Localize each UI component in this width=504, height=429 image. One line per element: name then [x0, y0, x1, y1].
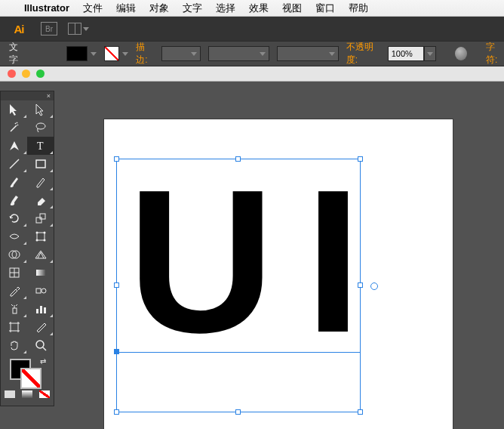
fill-stroke-control[interactable]: ⇄ — [1, 354, 54, 387]
shape-builder-tool[interactable] — [1, 245, 27, 264]
handle-sw[interactable] — [114, 409, 119, 415]
text-object[interactable]: UI — [117, 159, 360, 363]
svg-rect-6 — [37, 233, 45, 240]
menu-help[interactable]: 帮助 — [349, 2, 368, 15]
scale-tool[interactable] — [27, 209, 54, 227]
column-graph-tool[interactable] — [27, 300, 54, 318]
window-close-button[interactable] — [8, 69, 16, 78]
mac-menubar: Illustrator 文件 编辑 对象 文字 选择 效果 视图 窗口 帮助 — [0, 0, 504, 17]
swap-fill-stroke-icon[interactable]: ⇄ — [40, 357, 46, 366]
arrange-documents-button[interactable] — [68, 23, 89, 35]
chevron-down-icon — [427, 52, 433, 56]
baseline-guide — [117, 352, 360, 353]
fill-swatch[interactable] — [66, 46, 88, 61]
control-panel: 文字 描边: 不透明度: 100% 字符: — [0, 41, 504, 66]
text-in-port[interactable] — [114, 349, 119, 354]
zoom-tool[interactable] — [27, 336, 54, 354]
close-icon[interactable]: × — [47, 92, 51, 100]
gradient-tool[interactable] — [27, 264, 54, 282]
svg-point-0 — [36, 123, 45, 129]
menu-object[interactable]: 对象 — [149, 2, 169, 15]
menu-effect[interactable]: 效果 — [249, 2, 269, 15]
stroke-swatch-none[interactable] — [104, 46, 119, 61]
chevron-down-icon — [329, 52, 335, 56]
chevron-down-icon[interactable] — [122, 52, 128, 56]
svg-point-22 — [36, 341, 44, 348]
text-frame-selection[interactable]: UI — [116, 159, 361, 412]
slice-tool[interactable] — [27, 318, 54, 336]
menu-edit[interactable]: 编辑 — [116, 2, 136, 15]
recolor-icon[interactable] — [455, 47, 467, 60]
handle-s[interactable] — [235, 409, 241, 415]
opacity-stepper[interactable] — [424, 46, 436, 61]
artboard[interactable]: UI — [104, 119, 453, 429]
lasso-tool[interactable] — [27, 119, 54, 137]
brush-select[interactable] — [208, 46, 269, 61]
opacity-label: 不透明度: — [346, 41, 380, 66]
stroke-label: 描边: — [136, 41, 154, 66]
artboard-tool[interactable] — [1, 318, 27, 336]
mesh-tool[interactable] — [1, 264, 27, 282]
handle-ne[interactable] — [358, 156, 363, 162]
blend-tool[interactable] — [27, 282, 54, 300]
svg-rect-5 — [40, 214, 45, 219]
style-select[interactable] — [277, 46, 338, 61]
stroke-weight-select[interactable] — [161, 46, 201, 61]
handle-w[interactable] — [114, 282, 119, 288]
tools-panel-header[interactable]: × — [1, 91, 54, 100]
menu-type[interactable]: 文字 — [183, 2, 202, 15]
app-menu[interactable]: Illustrator — [24, 2, 69, 14]
hand-tool[interactable] — [1, 336, 27, 354]
svg-rect-21 — [11, 323, 18, 331]
svg-point-7 — [35, 232, 38, 234]
svg-point-10 — [43, 239, 45, 242]
svg-rect-4 — [36, 218, 41, 223]
text-out-port[interactable] — [370, 282, 378, 290]
eyedropper-tool[interactable] — [1, 282, 27, 300]
handle-n[interactable] — [235, 156, 241, 162]
svg-text:T: T — [37, 140, 44, 152]
window-minimize-button[interactable] — [22, 69, 30, 78]
bridge-button[interactable]: Br — [41, 22, 57, 35]
canvas-area[interactable]: UI — [0, 82, 504, 429]
opacity-input[interactable]: 100% — [388, 46, 424, 61]
magic-wand-tool[interactable] — [1, 119, 27, 137]
chevron-down-icon — [260, 52, 266, 56]
handle-nw[interactable] — [114, 156, 119, 162]
rotate-tool[interactable] — [1, 209, 27, 227]
handle-e[interactable] — [358, 282, 363, 288]
type-tool[interactable]: T — [27, 137, 54, 155]
menu-file[interactable]: 文件 — [83, 2, 103, 15]
paintbrush-tool[interactable] — [1, 173, 27, 191]
svg-point-16 — [41, 289, 46, 293]
svg-line-2 — [10, 159, 19, 168]
menu-select[interactable]: 选择 — [216, 2, 235, 15]
illustrator-logo: Ai — [8, 20, 30, 37]
color-mode-gradient[interactable] — [18, 387, 35, 401]
symbol-sprayer-tool[interactable] — [1, 300, 27, 318]
tools-panel: × T ⇄ — [0, 91, 54, 406]
menu-view[interactable]: 视图 — [282, 2, 302, 15]
character-label[interactable]: 字符: — [486, 41, 504, 66]
perspective-grid-tool[interactable] — [27, 245, 54, 264]
chevron-down-icon[interactable] — [91, 52, 97, 56]
selection-tool[interactable] — [1, 100, 27, 119]
window-zoom-button[interactable] — [36, 69, 45, 78]
menu-window[interactable]: 窗口 — [315, 2, 335, 15]
app-bar: Ai Br — [0, 17, 504, 41]
svg-rect-18 — [36, 309, 38, 313]
line-tool[interactable] — [1, 155, 27, 173]
eraser-tool[interactable] — [27, 191, 54, 209]
direct-selection-tool[interactable] — [27, 100, 54, 119]
color-mode-solid[interactable] — [1, 387, 18, 401]
handle-se[interactable] — [358, 409, 363, 415]
pencil-tool[interactable] — [27, 173, 54, 191]
width-tool[interactable] — [1, 227, 27, 245]
stroke-indicator[interactable] — [20, 368, 41, 389]
blob-brush-tool[interactable] — [1, 191, 27, 209]
color-mode-none[interactable] — [36, 387, 54, 401]
pen-tool[interactable] — [1, 137, 27, 155]
rectangle-tool[interactable] — [27, 155, 54, 173]
svg-rect-20 — [44, 307, 46, 313]
free-transform-tool[interactable] — [27, 227, 54, 245]
